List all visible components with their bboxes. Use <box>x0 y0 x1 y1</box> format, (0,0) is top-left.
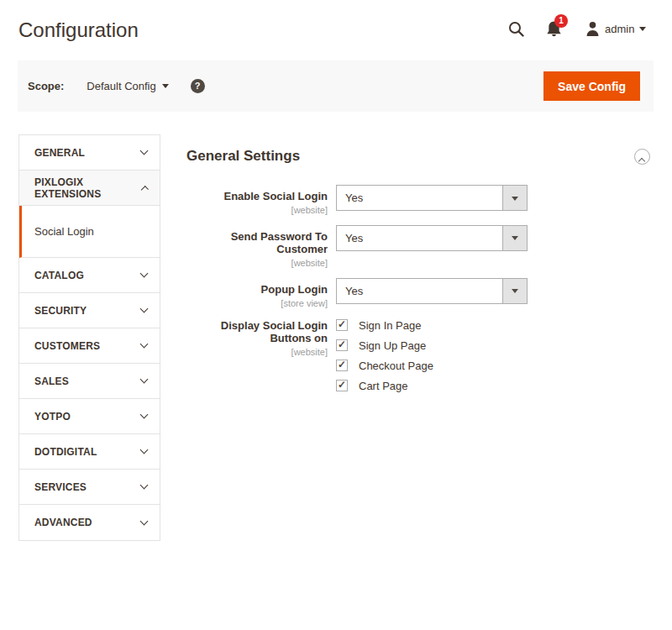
sidebar-item-label: YOTPO <box>34 411 71 423</box>
scope-switcher[interactable]: Default Config <box>87 80 168 92</box>
user-icon <box>585 21 600 36</box>
page-title: Configuration <box>18 18 139 42</box>
sidebar-item-label: DOTDIGITAL <box>34 446 97 458</box>
chevron-down-icon <box>140 517 149 525</box>
select-arrow-icon <box>502 186 527 210</box>
popup-login-select[interactable]: Yes <box>336 278 528 304</box>
field-display-social-login-buttons: Display Social Login Buttons on [website… <box>178 318 654 400</box>
sidebar-item-yotpo[interactable]: YOTPO <box>19 399 160 434</box>
checkbox-label: Checkout Page <box>359 360 433 372</box>
cart-page-checkbox[interactable] <box>336 380 348 391</box>
checkbox-row-sign-in-page: Sign In Page <box>336 319 433 332</box>
field-popup-login: Popup Login [store view] Yes <box>178 278 654 308</box>
field-label: Enable Social Login <box>178 191 328 203</box>
checkbox-row-checkout-page: Checkout Page <box>336 360 433 372</box>
sidebar-item-label: PIXLOGIX EXTENSIONS <box>34 176 142 200</box>
sidebar-item-catalog[interactable]: CATALOG <box>19 258 160 293</box>
select-value: Yes <box>337 279 502 303</box>
select-value: Yes <box>337 186 502 210</box>
sidebar-item-customers[interactable]: CUSTOMERS <box>19 328 160 364</box>
sidebar-item-sales[interactable]: SALES <box>19 364 160 399</box>
admin-label: admin <box>605 23 634 35</box>
scope-label: Scope: <box>28 80 64 92</box>
scope-bar: Scope: Default Config Save Config <box>18 60 654 112</box>
section-title: General Settings <box>186 148 300 165</box>
field-scope-note: [website] <box>178 347 328 357</box>
select-arrow-icon <box>502 279 527 303</box>
sidebar-subitem-social-login[interactable]: Social Login <box>19 206 160 258</box>
search-icon[interactable] <box>508 21 524 37</box>
admin-menu[interactable]: admin <box>585 21 646 36</box>
sidebar-item-label: SECURITY <box>34 305 87 317</box>
sidebar-item-label: GENERAL <box>34 147 85 159</box>
sidebar-item-label: ADVANCED <box>34 517 92 528</box>
select-arrow-icon <box>502 226 527 250</box>
checkbox-label: Cart Page <box>359 380 408 392</box>
field-send-password-to-customer: Send Password To Customer [website] Yes <box>178 225 654 268</box>
select-value: Yes <box>337 226 502 250</box>
chevron-down-icon <box>162 84 169 88</box>
sidebar-item-label: SALES <box>34 375 69 387</box>
sign-up-page-checkbox[interactable] <box>336 339 348 351</box>
sidebar-item-pixlogix-extensions[interactable]: PIXLOGIX EXTENSIONS <box>19 171 160 206</box>
chevron-down-icon <box>639 27 646 31</box>
chevron-down-icon <box>140 147 149 155</box>
field-label: Send Password To Customer <box>178 231 328 256</box>
notification-count-badge: 1 <box>554 14 568 28</box>
field-label: Popup Login <box>178 284 328 297</box>
sidebar-item-general[interactable]: GENERAL <box>19 135 160 171</box>
sign-in-page-checkbox[interactable] <box>336 319 348 331</box>
section-header: General Settings <box>178 134 654 178</box>
collapse-section-button[interactable] <box>634 149 650 165</box>
save-config-button[interactable]: Save Config <box>543 71 640 101</box>
checkbox-row-cart-page: Cart Page <box>336 380 433 392</box>
field-scope-note: [website] <box>178 205 328 215</box>
sidebar-item-services[interactable]: SERVICES <box>19 470 160 505</box>
chevron-down-icon <box>140 411 149 419</box>
general-settings-form: Enable Social Login [website] Yes Send P… <box>178 185 654 400</box>
field-scope-note: [website] <box>178 258 328 268</box>
chevron-down-icon <box>140 375 149 384</box>
checkout-page-checkbox[interactable] <box>336 360 348 371</box>
sidebar-item-security[interactable]: SECURITY <box>19 293 160 328</box>
chevron-down-icon <box>140 305 149 313</box>
field-label: Display Social Login Buttons on <box>178 320 328 345</box>
sidebar-item-label: CATALOG <box>34 270 84 281</box>
checkbox-row-sign-up-page: Sign Up Page <box>336 339 433 352</box>
sidebar-item-advanced[interactable]: ADVANCED <box>19 505 160 540</box>
header-actions: 1 admin <box>508 20 646 37</box>
checkbox-label: Sign In Page <box>359 319 421 332</box>
sidebar-item-dotdigital[interactable]: DOTDIGITAL <box>19 434 160 470</box>
field-enable-social-login: Enable Social Login [website] Yes <box>178 185 654 215</box>
scope-value: Default Config <box>87 80 155 92</box>
notifications-bell-icon[interactable]: 1 <box>546 20 562 37</box>
chevron-down-icon <box>140 446 149 454</box>
settings-panel: General Settings Enable Social Login [we… <box>178 134 654 410</box>
sidebar-item-label: CUSTOMERS <box>34 340 100 352</box>
chevron-up-icon <box>638 157 645 164</box>
field-scope-note: [store view] <box>178 298 328 308</box>
enable-social-login-select[interactable]: Yes <box>336 185 528 211</box>
sidebar-item-label: SERVICES <box>34 481 87 493</box>
config-sidebar: GENERAL PIXLOGIX EXTENSIONS Social Login… <box>18 134 160 541</box>
help-icon[interactable] <box>191 79 205 93</box>
chevron-down-icon <box>140 340 149 349</box>
chevron-down-icon <box>140 270 149 278</box>
chevron-down-icon <box>140 481 149 490</box>
send-password-select[interactable]: Yes <box>336 225 528 251</box>
checkbox-label: Sign Up Page <box>359 339 426 352</box>
